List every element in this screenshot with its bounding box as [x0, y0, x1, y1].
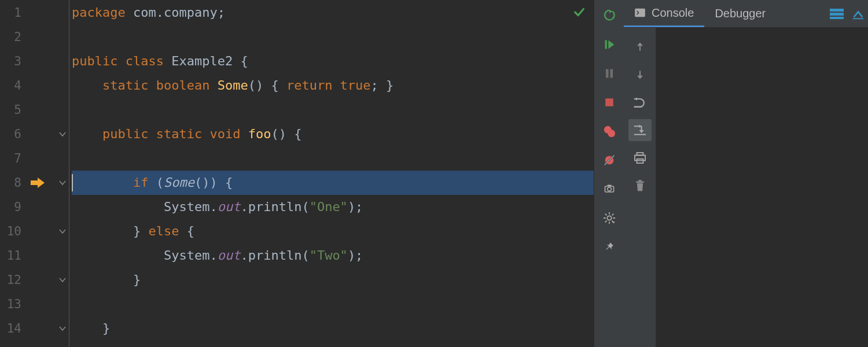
code-line[interactable]	[72, 146, 594, 171]
debugger-step-actions	[624, 28, 656, 347]
console-panel: Console Debugger	[624, 0, 868, 347]
code-line[interactable]	[72, 292, 594, 316]
tab-debugger[interactable]: Debugger	[704, 0, 776, 27]
fold-toggle-icon[interactable]	[58, 179, 67, 187]
svg-rect-14	[830, 9, 844, 12]
code-line[interactable]: public class Example2 {	[72, 49, 594, 73]
tab-console[interactable]: Console	[624, 0, 704, 27]
code-line[interactable]: }	[72, 316, 594, 341]
code-line[interactable]: public static void foo() {	[72, 122, 594, 146]
line-number: 10	[0, 219, 26, 243]
step-into-button[interactable]	[628, 64, 652, 86]
svg-rect-16	[830, 17, 844, 19]
run-toolbar	[594, 0, 624, 347]
svg-rect-28	[638, 180, 641, 182]
svg-rect-27	[636, 182, 643, 183]
force-step-into-button[interactable]	[628, 91, 652, 113]
code-line[interactable]	[72, 25, 594, 49]
mute-breakpoints-button[interactable]	[599, 150, 620, 170]
line-number: 7	[0, 146, 26, 171]
clear-button[interactable]	[628, 175, 652, 197]
line-number: 8	[0, 171, 26, 195]
fold-toggle-icon[interactable]	[58, 227, 67, 235]
line-number: 13	[0, 292, 26, 316]
svg-rect-1	[606, 69, 609, 78]
console-icon	[634, 8, 646, 17]
svg-rect-13	[635, 9, 645, 17]
print-button[interactable]	[628, 147, 652, 169]
step-over-button[interactable]	[628, 36, 652, 58]
fold-toggle-icon[interactable]	[58, 324, 67, 333]
panel-tabs: Console Debugger	[624, 0, 868, 28]
expand-icon[interactable]	[852, 8, 865, 20]
pause-button[interactable]	[599, 64, 620, 83]
rerun-button[interactable]	[599, 6, 620, 25]
gutter-line-numbers: 1234567891011121314	[0, 0, 26, 347]
svg-rect-0	[605, 40, 606, 49]
code-line[interactable]: if (Some()) {	[72, 171, 594, 195]
settings-button[interactable]	[599, 208, 620, 228]
code-editor[interactable]: 1234567891011121314 package com.company;…	[0, 0, 594, 347]
svg-rect-25	[634, 155, 645, 160]
svg-point-10	[607, 187, 611, 191]
tab-label: Debugger	[715, 7, 766, 20]
console-output[interactable]	[656, 28, 868, 347]
line-number: 11	[0, 243, 26, 268]
line-number: 6	[0, 122, 26, 146]
code-line[interactable]: }	[72, 268, 594, 292]
line-number: 12	[0, 268, 26, 292]
line-number: 9	[0, 195, 26, 219]
line-number: 1	[0, 1, 26, 25]
thread-dump-button[interactable]	[599, 179, 620, 199]
gutter-run-markers	[26, 0, 49, 347]
stop-button[interactable]	[599, 93, 620, 112]
svg-point-5	[608, 130, 615, 137]
line-number: 14	[0, 316, 26, 341]
view-breakpoints-button[interactable]	[599, 121, 620, 141]
code-line[interactable]: } else {	[72, 219, 594, 243]
svg-rect-15	[830, 13, 844, 16]
code-line[interactable]	[72, 98, 594, 122]
fold-toggle-icon[interactable]	[58, 130, 67, 138]
layout-icon[interactable]	[830, 9, 844, 19]
line-number: 2	[0, 25, 26, 49]
code-line[interactable]: static boolean Some() { return true; }	[72, 73, 594, 98]
svg-rect-11	[607, 185, 611, 187]
execution-point-icon	[29, 171, 46, 195]
gutter-fold	[49, 0, 69, 347]
line-number: 5	[0, 98, 26, 122]
code-line[interactable]: System.out.println("One");	[72, 195, 594, 219]
tab-label: Console	[652, 6, 694, 20]
svg-point-12	[607, 216, 611, 220]
code-line[interactable]: package com.company;	[72, 1, 594, 25]
code-line[interactable]: System.out.println("Two");	[72, 243, 594, 268]
fold-toggle-icon[interactable]	[58, 276, 67, 284]
step-out-button[interactable]	[628, 119, 652, 141]
line-number: 3	[0, 49, 26, 73]
inspection-status-icon[interactable]	[573, 6, 586, 19]
code-content[interactable]: package com.company;public class Example…	[69, 0, 594, 347]
line-number: 4	[0, 73, 26, 98]
resume-button[interactable]	[599, 35, 620, 54]
svg-rect-3	[605, 98, 613, 106]
svg-rect-2	[610, 69, 613, 78]
text-caret	[72, 174, 73, 191]
pin-button[interactable]	[599, 237, 620, 257]
